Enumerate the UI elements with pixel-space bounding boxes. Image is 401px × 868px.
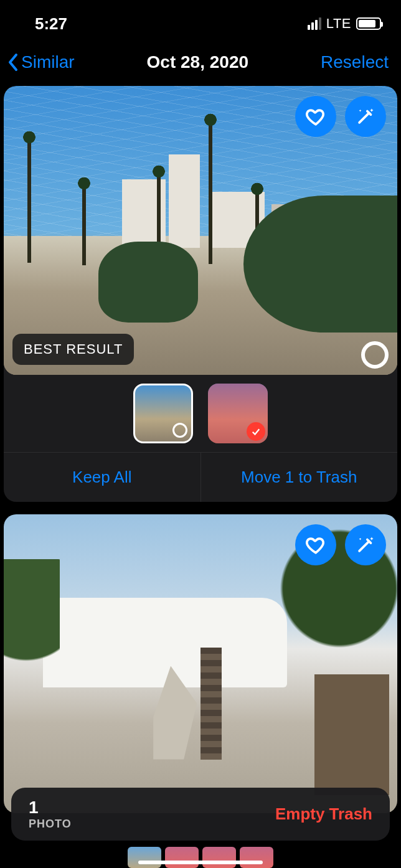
home-indicator[interactable]: [138, 861, 263, 864]
heart-icon: [305, 106, 326, 127]
group-actions: Keep All Move 1 to Trash: [4, 452, 397, 502]
empty-trash-button[interactable]: Empty Trash: [275, 804, 372, 824]
favorite-button[interactable]: [295, 524, 336, 565]
cellular-signal-icon: [308, 17, 321, 30]
mini-thumb[interactable]: [202, 847, 236, 868]
mini-thumb[interactable]: [128, 847, 161, 868]
back-label: Similar: [21, 52, 75, 72]
enhance-button[interactable]: [345, 96, 386, 137]
trash-count-block: 1 PHOTO: [29, 798, 72, 831]
selection-ring-icon: [172, 423, 187, 438]
network-type: LTE: [326, 16, 351, 32]
thumbnail-2[interactable]: [208, 384, 268, 443]
keep-all-button[interactable]: Keep All: [4, 453, 201, 502]
selected-check-icon: [247, 422, 265, 441]
status-right: LTE: [308, 16, 381, 32]
mini-thumb[interactable]: [165, 847, 199, 868]
enhance-button[interactable]: [345, 524, 386, 565]
nav-bar: Similar Oct 28, 2020 Reselect: [0, 40, 401, 86]
trash-summary-bar[interactable]: 1 PHOTO Empty Trash: [11, 788, 390, 841]
back-button[interactable]: Similar: [7, 52, 75, 72]
reselect-button[interactable]: Reselect: [321, 52, 389, 72]
page-title: Oct 28, 2020: [147, 52, 248, 72]
thumbnail-1[interactable]: [133, 384, 193, 443]
hero-actions-2: [295, 524, 386, 565]
hero-actions: [295, 96, 386, 137]
favorite-button[interactable]: [295, 96, 336, 137]
heart-icon: [305, 534, 326, 555]
best-result-badge: BEST RESULT: [12, 334, 134, 365]
mini-thumb[interactable]: [240, 847, 273, 868]
similar-group-card: BEST RESULT Keep All Move 1 to Trash: [4, 86, 397, 502]
magic-wand-icon: [355, 534, 376, 555]
trash-unit: PHOTO: [29, 818, 72, 831]
move-to-trash-button[interactable]: Move 1 to Trash: [201, 453, 398, 502]
thumbnail-strip: [4, 375, 397, 452]
hero-photo[interactable]: BEST RESULT: [4, 86, 397, 375]
chevron-left-icon: [7, 53, 19, 72]
battery-icon: [356, 17, 381, 30]
status-time: 5:27: [35, 14, 67, 34]
similar-group-card-2: [4, 514, 397, 813]
status-bar: 5:27 LTE: [0, 0, 401, 40]
trash-count: 1: [29, 798, 72, 818]
magic-wand-icon: [355, 106, 376, 127]
selection-ring-icon[interactable]: [361, 341, 389, 369]
hero-photo-2[interactable]: [4, 514, 397, 813]
bottom-thumb-strip: [0, 843, 401, 868]
